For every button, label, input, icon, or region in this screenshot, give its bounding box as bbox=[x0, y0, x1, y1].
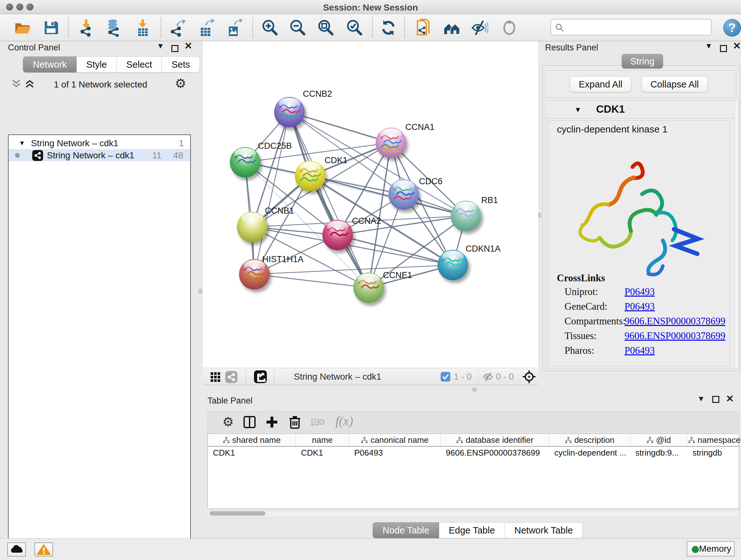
open-session-icon[interactable] bbox=[13, 19, 31, 37]
export-table-icon[interactable] bbox=[197, 19, 215, 37]
tab-network[interactable]: Network bbox=[23, 57, 77, 72]
delete-column-icon[interactable] bbox=[288, 415, 301, 429]
save-session-icon[interactable] bbox=[42, 19, 60, 37]
table-cell[interactable]: cyclin-dependent ... bbox=[549, 447, 630, 459]
refresh-icon[interactable] bbox=[380, 19, 397, 37]
crosslink-link[interactable]: P06493 bbox=[624, 286, 655, 298]
table-settings-gear-icon[interactable]: ⚙ bbox=[222, 415, 234, 428]
warning-button[interactable] bbox=[35, 543, 53, 557]
float-panel-icon[interactable] bbox=[720, 45, 727, 52]
node-RB1[interactable] bbox=[451, 200, 481, 231]
network-view[interactable]: CCNB2CCNA1CDC25BCDK1CDC6RB1CCNB1CCNA2CDK… bbox=[203, 41, 538, 368]
home-icon[interactable] bbox=[443, 19, 461, 37]
crosshair-icon[interactable] bbox=[522, 370, 536, 384]
column-header-shared-name[interactable]: shared name bbox=[208, 434, 296, 446]
zoom-in-icon[interactable] bbox=[261, 19, 279, 37]
zoom-selected-icon[interactable] bbox=[345, 19, 363, 37]
collection-expand-icon[interactable]: ▼ bbox=[19, 139, 25, 147]
show-columns-icon[interactable] bbox=[243, 415, 256, 429]
node-CCNB1[interactable] bbox=[237, 212, 267, 242]
network-collection-row[interactable]: ▼ String Network – cdk1 1 bbox=[9, 137, 190, 149]
table-row[interactable]: CDK1CDK1P064939606.ENSP00000378699cyclin… bbox=[208, 447, 739, 459]
results-scrollbar[interactable] bbox=[734, 100, 739, 368]
network-share-icon[interactable] bbox=[225, 371, 238, 383]
column-header-database-identifier[interactable]: database identifier bbox=[441, 434, 549, 446]
panel-menu-icon[interactable]: ▼ bbox=[156, 41, 165, 51]
tab-node-table[interactable]: Node Table bbox=[373, 522, 439, 538]
tab-select[interactable]: Select bbox=[117, 57, 162, 72]
panel-menu-icon[interactable]: ▼ bbox=[704, 41, 714, 51]
zoom-out-icon[interactable] bbox=[288, 19, 307, 37]
edge-HIST1H1A-CCNE1[interactable] bbox=[254, 274, 368, 288]
table-cell[interactable]: stringdb:9... bbox=[630, 447, 687, 459]
node-CCNA1[interactable] bbox=[376, 127, 406, 158]
close-panel-icon[interactable]: ✕ bbox=[732, 41, 741, 51]
tab-edge-table[interactable]: Edge Table bbox=[439, 522, 505, 538]
network-node-count: 11 bbox=[152, 150, 161, 161]
float-panel-icon[interactable] bbox=[712, 396, 719, 403]
table-cell[interactable]: CDK1 bbox=[208, 447, 296, 459]
close-panel-icon[interactable]: ✕ bbox=[184, 41, 193, 51]
add-column-icon[interactable] bbox=[265, 415, 279, 429]
export-network-icon[interactable] bbox=[168, 19, 186, 37]
crosslink-link[interactable]: 9606.ENSP00000378699 bbox=[624, 330, 725, 341]
node-CCNB2[interactable] bbox=[274, 97, 305, 127]
panel-menu-icon[interactable]: ▼ bbox=[696, 394, 706, 403]
table-cell[interactable]: P06493 bbox=[349, 447, 441, 459]
expand-all-button[interactable]: Expand All bbox=[570, 76, 631, 92]
hidden-eye-icon[interactable] bbox=[482, 372, 493, 381]
help-icon[interactable]: ? bbox=[723, 19, 741, 37]
show-hide-graphics-icon[interactable] bbox=[470, 19, 488, 37]
table-cell[interactable]: CDK1 bbox=[296, 447, 349, 459]
import-table-icon[interactable] bbox=[134, 19, 151, 37]
vertical-splitter-handle[interactable] bbox=[199, 289, 202, 294]
crosslink-link[interactable]: P06493 bbox=[624, 301, 655, 312]
open-in-window-icon[interactable] bbox=[254, 370, 267, 383]
node-CCNA2[interactable] bbox=[322, 220, 353, 250]
column-header-namespace[interactable]: namespace bbox=[687, 434, 741, 446]
column-header-label: @id bbox=[656, 435, 671, 445]
tab-style[interactable]: Style bbox=[77, 57, 117, 72]
float-panel-icon[interactable] bbox=[172, 45, 179, 52]
column-header-description[interactable]: description bbox=[549, 434, 630, 446]
tab-string[interactable]: String bbox=[622, 54, 663, 69]
horizontal-splitter-handle[interactable] bbox=[472, 388, 477, 391]
collapse-all-button[interactable]: Collapse All bbox=[642, 76, 708, 92]
node-CDC6[interactable] bbox=[388, 179, 419, 210]
node-CDK1[interactable] bbox=[295, 161, 326, 191]
selected-checkbox-icon[interactable] bbox=[441, 372, 450, 381]
column-header-@id[interactable]: @id bbox=[630, 434, 687, 446]
table-horizontal-scrollbar[interactable] bbox=[207, 510, 739, 517]
network-row[interactable]: String Network – cdk1 11 48 bbox=[9, 149, 190, 161]
gear-icon[interactable]: ⚙ bbox=[175, 77, 186, 90]
grid-view-icon[interactable] bbox=[210, 372, 221, 382]
clone-network-icon[interactable] bbox=[415, 19, 433, 37]
cloud-button[interactable] bbox=[7, 543, 26, 557]
tab-sets[interactable]: Sets bbox=[162, 57, 200, 72]
zoom-fit-icon[interactable] bbox=[317, 19, 334, 37]
network-canvas[interactable]: CCNB2CCNA1CDC25BCDK1CDC6RB1CCNB1CCNA2CDK… bbox=[203, 41, 538, 368]
node-CDKN1A[interactable] bbox=[437, 250, 468, 280]
bird-eye-icon[interactable] bbox=[500, 19, 518, 37]
crosslink-link[interactable]: 9606.ENSP00000378699 bbox=[624, 315, 725, 327]
node-CDC25B[interactable] bbox=[230, 147, 260, 178]
import-network-file-icon[interactable] bbox=[78, 19, 96, 37]
export-image-icon[interactable] bbox=[225, 19, 243, 37]
edge-CCNB2-CCNA1[interactable] bbox=[289, 112, 391, 143]
node-CCNE1[interactable] bbox=[353, 272, 384, 303]
column-header-canonical-name[interactable]: canonical name bbox=[349, 434, 441, 446]
close-panel-icon[interactable]: ✕ bbox=[725, 394, 735, 403]
collapse-entry-icon[interactable]: ▼ bbox=[575, 106, 582, 114]
crosslink-link[interactable]: P06493 bbox=[624, 345, 655, 356]
column-header-name[interactable]: name bbox=[296, 434, 349, 446]
table-cell[interactable]: stringdb bbox=[687, 447, 741, 459]
import-network-database-icon[interactable] bbox=[105, 19, 123, 37]
crosslink-row: Compartments:9606.ENSP00000378699 bbox=[564, 315, 731, 327]
tab-network-table[interactable]: Network Table bbox=[505, 522, 583, 538]
table-cell[interactable]: 9606.ENSP00000378699 bbox=[441, 447, 549, 459]
search-input[interactable] bbox=[568, 21, 708, 34]
memory-button[interactable]: Memory bbox=[687, 541, 735, 557]
scrollbar-thumb[interactable] bbox=[210, 511, 266, 516]
node-card-header[interactable]: ▼ CDK1 bbox=[546, 101, 736, 118]
column-header-label: shared name bbox=[232, 435, 281, 445]
